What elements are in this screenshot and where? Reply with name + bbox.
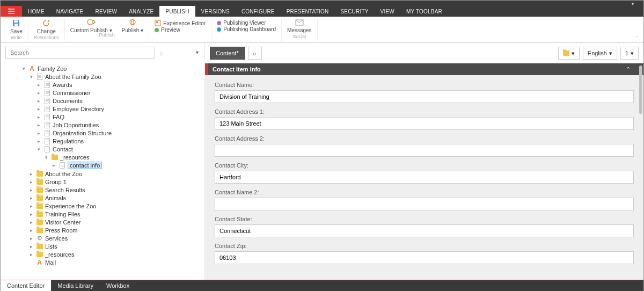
tree-twisty-icon[interactable]: ▸ [28, 252, 34, 257]
collapse-ribbon-icon[interactable]: ⌃ [635, 35, 639, 41]
menu-tab-my-toolbar[interactable]: MY TOOLBAR [400, 6, 448, 17]
tree-twisty-icon[interactable]: ▸ [36, 130, 41, 136]
contact-city-input[interactable] [215, 171, 634, 184]
preview-link[interactable]: Preview [155, 27, 206, 33]
content-tab-button[interactable]: Content* [210, 47, 245, 60]
tree-node[interactable]: ▸FAQ [5, 113, 200, 121]
tree-item-label: Family Zoo [38, 66, 67, 72]
publishing-dashboard-link[interactable]: Publishing Dashboard [217, 26, 276, 32]
tree-node[interactable]: ▸_resources [5, 250, 200, 258]
contact-state-input[interactable] [215, 224, 634, 237]
menu-tab-publish[interactable]: PUBLISH [159, 6, 195, 17]
svg-rect-2 [14, 24, 18, 26]
search-icon[interactable]: ⌕ [159, 49, 164, 57]
tree-node[interactable]: ▾AFamily Zoo [5, 64, 200, 72]
tree-menu-caret[interactable]: ▼ [195, 50, 200, 55]
tree-node[interactable]: ▸⚙Services [5, 234, 200, 242]
menu-tab-versions[interactable]: VERSIONS [195, 6, 236, 17]
tree-twisty-icon[interactable]: ▸ [28, 171, 34, 177]
footer-tab-workbox[interactable]: Workbox [100, 280, 136, 291]
tree-node[interactable]: ▸Animals [5, 194, 200, 202]
tree-twisty-icon[interactable]: ▸ [28, 195, 34, 201]
tree-twisty-icon[interactable]: ▾ [43, 155, 49, 160]
tree-twisty-icon[interactable]: ▸ [36, 82, 41, 88]
menu-tab-analyze[interactable]: ANALYZE [123, 6, 159, 17]
contact-address2-input[interactable] [215, 144, 634, 157]
tree-node[interactable]: ▸Job Opportunities [5, 121, 200, 129]
version-dropdown[interactable]: 1▾ [620, 47, 639, 60]
tree-node[interactable]: ▸Documents [5, 97, 200, 105]
tree-twisty-icon[interactable]: ▸ [36, 122, 41, 128]
search-input[interactable] [5, 47, 155, 59]
custom-publish-button[interactable]: Custom Publish ▾ [70, 18, 112, 33]
menu-tab-presentation[interactable]: PRESENTATION [281, 6, 335, 17]
tree-twisty-icon[interactable]: ▸ [36, 90, 41, 96]
tree-twisty-icon[interactable]: ▸ [28, 187, 34, 193]
scrollbar-thumb[interactable] [639, 66, 642, 114]
change-button[interactable]: Change [37, 19, 56, 34]
tree-twisty-icon[interactable]: ▸ [36, 114, 41, 120]
contact-zip-input[interactable] [215, 251, 634, 264]
menu-tab-navigate[interactable]: NAVIGATE [50, 6, 90, 17]
tree-twisty-icon[interactable]: ▸ [28, 212, 34, 217]
tree-twisty-icon[interactable]: ▸ [28, 228, 34, 233]
tree-twisty-icon[interactable]: ▸ [36, 106, 41, 112]
tree-node[interactable]: ▸Group 1 [5, 178, 200, 186]
folder-dropdown[interactable]: ▾ [558, 47, 580, 60]
chevron-up-icon[interactable]: ⌃ [626, 66, 631, 73]
section-header[interactable]: Contact Item Info ⌃ [205, 63, 643, 75]
tree-twisty-icon[interactable]: ▾ [28, 74, 34, 79]
tree-node[interactable]: ▸Regulations [5, 137, 200, 145]
search-content-button[interactable]: ⌕ [248, 47, 262, 60]
tree-node[interactable]: ▾_resources [5, 153, 200, 161]
tree-node[interactable]: ▸Experience the Zoo [5, 202, 200, 210]
contact-address1-input[interactable] [215, 117, 634, 130]
tree-node[interactable]: ▸About the Zoo [5, 170, 200, 178]
hamburger-button[interactable] [1, 6, 22, 17]
experience-editor-link[interactable]: Experience Editor [155, 20, 206, 26]
tree-node[interactable]: ▾About the Family Zoo [5, 72, 200, 81]
tree-twisty-icon[interactable]: ▸ [51, 163, 56, 168]
tree-node[interactable]: ▸contact info [5, 161, 200, 170]
tree-node[interactable]: ▸Employee Directory [5, 105, 200, 113]
scrollbar[interactable] [639, 63, 642, 280]
tree-twisty-icon[interactable]: ▸ [36, 98, 41, 104]
ribbon-group-label: Restrictions [34, 35, 59, 40]
tree-twisty-icon[interactable]: ▸ [28, 244, 34, 249]
tree-twisty-icon[interactable]: ▸ [28, 236, 34, 241]
tree-twisty-icon[interactable]: ▸ [28, 220, 34, 225]
tree-item-icon [36, 73, 43, 80]
tree-twisty-icon[interactable]: ▸ [28, 203, 34, 209]
publishing-viewer-link[interactable]: Publishing Viewer [217, 20, 276, 26]
menu-tab-home[interactable]: HOME [22, 6, 50, 17]
contact-name-input[interactable] [215, 90, 634, 103]
preview-icon [155, 28, 159, 32]
tree-node[interactable]: ▾Contact [5, 145, 200, 153]
contact-name2-input[interactable] [215, 198, 634, 210]
tree-twisty-icon[interactable]: ▸ [28, 179, 34, 185]
messages-button[interactable]: Messages [287, 19, 312, 33]
tree-item-icon [43, 129, 50, 136]
tree-node[interactable]: ▸Press Room [5, 226, 200, 234]
tree-node[interactable]: ▸Training Files [5, 210, 200, 218]
tree-twisty-icon[interactable]: ▸ [36, 139, 41, 144]
tree-node[interactable]: ▸Visitor Center [5, 218, 200, 226]
caret-down-icon[interactable]: ▼ [631, 2, 635, 6]
menu-tab-review[interactable]: REVIEW [90, 6, 123, 17]
tree-node[interactable]: ▸Awards [5, 81, 200, 89]
menu-tab-security[interactable]: SECURITY [334, 6, 374, 17]
save-button[interactable]: Save [10, 19, 23, 34]
footer-tab-content-editor[interactable]: Content Editor [1, 280, 51, 291]
tree-twisty-icon[interactable]: ▾ [36, 147, 41, 152]
footer-tab-media-library[interactable]: Media Library [51, 280, 100, 291]
menu-tab-configure[interactable]: CONFIGURE [236, 6, 281, 17]
tree-node[interactable]: ▸Search Results [5, 186, 200, 194]
tree-node[interactable]: ▸Organization Structure [5, 129, 200, 137]
tree-node[interactable]: ▸Lists [5, 242, 200, 250]
tree-twisty-icon[interactable]: ▾ [21, 66, 26, 71]
tree-node[interactable]: ▸Commissioner [5, 89, 200, 97]
language-dropdown[interactable]: English▾ [583, 47, 617, 60]
tree-node[interactable]: AMail [5, 258, 200, 266]
menu-tab-view[interactable]: VIEW [375, 6, 400, 17]
publish-button[interactable]: Publish ▾ [122, 18, 144, 33]
